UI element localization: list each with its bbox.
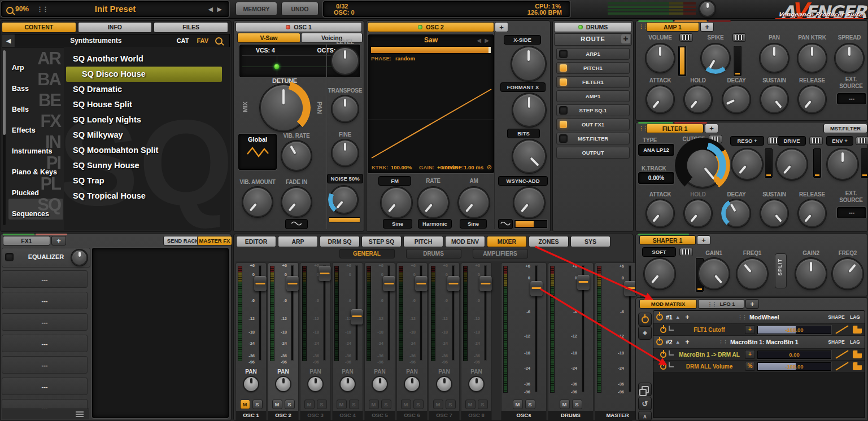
amp-ext-source[interactable]: --- (837, 93, 866, 104)
voicing-dot[interactable] (274, 64, 280, 69)
volume-mod-bar[interactable] (678, 46, 686, 76)
solo-button[interactable]: S (572, 400, 582, 409)
reso-knob[interactable] (732, 150, 762, 179)
mute-button[interactable]: M (272, 400, 282, 409)
bits-knob[interactable] (513, 141, 545, 172)
global-vibrato-box[interactable]: Global (238, 134, 277, 170)
mixer-tab-arp[interactable]: ARP (278, 236, 318, 247)
route-checkbox[interactable] (560, 121, 567, 128)
lag-icon[interactable] (853, 362, 862, 370)
browser-tab-files[interactable]: FILES (154, 22, 228, 33)
mod-mode-button[interactable]: + (745, 325, 755, 334)
reso-label[interactable]: RESO + (731, 137, 764, 145)
mod-amount-slider[interactable]: -100.00 (757, 326, 831, 334)
env-label[interactable]: ENV + (827, 137, 853, 145)
shaper-tab[interactable]: SHAPER 1 (639, 235, 696, 245)
route-item-output[interactable]: OUTPUT (556, 147, 630, 159)
mute-button[interactable]: M (433, 400, 443, 409)
mute-button[interactable]: M (240, 400, 250, 409)
fade-wave-select[interactable] (286, 220, 307, 229)
mixer-subtab-amplifiers[interactable]: AMPLIFIERS (473, 249, 528, 258)
solo-button[interactable]: S (285, 400, 295, 409)
solo-button[interactable]: S (413, 400, 424, 409)
mute-button[interactable]: M (465, 400, 476, 409)
mod-target[interactable]: MacroBtn 1 -> DRM AL (676, 352, 743, 358)
flt-ext-source[interactable]: --- (837, 207, 866, 218)
mute-button[interactable]: M (560, 400, 570, 409)
flt-decay-knob[interactable] (723, 200, 749, 226)
next-preset-icon[interactable]: ▶ (217, 6, 222, 13)
drums-tab[interactable]: DRUMS (554, 22, 632, 32)
pan-knob[interactable] (373, 377, 387, 391)
flt-hold-knob[interactable] (685, 200, 711, 226)
volume-fader[interactable] (324, 266, 325, 360)
mod-source[interactable]: ModWheel (749, 314, 779, 321)
mfade-value[interactable]: mFADE:1.00 ms (443, 164, 483, 170)
amp-attack-knob[interactable] (647, 86, 673, 112)
route-checkbox[interactable] (560, 135, 567, 142)
volume-fader[interactable] (291, 266, 293, 360)
flt-sustain-knob[interactable] (761, 200, 787, 226)
fx-slot-equalizer[interactable]: EQUALIZER (2, 248, 90, 267)
mixer-tab-pitch[interactable]: PITCH (403, 236, 443, 247)
preset-item[interactable]: SQ Tropical House (66, 188, 230, 204)
vsaw-tab[interactable]: V-Saw (237, 33, 300, 43)
preset-item[interactable]: SQ Disco House (66, 67, 222, 82)
x-side-label[interactable]: X-SIDE (504, 36, 540, 44)
fader-handle[interactable] (351, 309, 363, 324)
fader-handle[interactable] (447, 276, 459, 291)
shape-icon[interactable] (834, 326, 850, 334)
undo-button-matrix[interactable]: ↺ (638, 397, 652, 410)
volume-fader[interactable] (535, 266, 537, 392)
pan-knob[interactable] (276, 377, 290, 391)
fx-slot-empty[interactable]: --- (2, 292, 88, 309)
route-item-mst-filter[interactable]: MST.FILTER (556, 133, 630, 144)
cat-toggle[interactable]: CAT (177, 37, 189, 44)
solo-button[interactable]: S (381, 400, 391, 409)
vib-rate-knob[interactable] (282, 142, 311, 170)
bits-label[interactable]: BITS (508, 129, 539, 138)
spike-midi-icon[interactable] (733, 34, 745, 41)
mod-mode-button[interactable]: % (745, 362, 755, 371)
volume-midi-icon[interactable] (680, 34, 692, 41)
amp-tab[interactable]: AMP 1 (646, 22, 699, 32)
mixer-tab-editor[interactable]: EDITOR (236, 236, 276, 247)
fx-slot-empty[interactable]: --- (2, 378, 88, 395)
mixer-subtab-drums[interactable]: DRUMS (406, 249, 461, 258)
back-button[interactable]: ◀ (2, 34, 15, 47)
pan-knob[interactable] (405, 377, 419, 391)
freq1-knob[interactable] (738, 259, 767, 288)
formant-x-knob[interactable] (513, 94, 545, 126)
amp-release-knob[interactable] (799, 86, 825, 112)
bpm-readout[interactable]: 126.00 BPM (527, 9, 562, 16)
volume-fader[interactable] (629, 266, 631, 392)
mixer-tab-mixer[interactable]: MIXER (487, 236, 527, 247)
mfade-off-icon[interactable]: ⊘ (487, 164, 492, 171)
mixer-tab-sys[interactable]: SYS (570, 236, 610, 247)
cutoff-knob[interactable] (681, 144, 724, 187)
mod-amount-slider[interactable]: -100.00 (757, 362, 831, 371)
fx-mix-knob[interactable] (72, 251, 86, 265)
flt-release-knob[interactable] (799, 200, 825, 226)
fx-list-icon[interactable] (76, 411, 84, 417)
fade-in-knob[interactable] (282, 188, 311, 216)
am-wave-select[interactable]: Sine (460, 220, 486, 228)
master-volume-knob[interactable] (700, 2, 714, 16)
level-knob[interactable] (332, 48, 358, 74)
power-icon[interactable] (660, 363, 666, 370)
volume-fader[interactable] (582, 266, 584, 392)
browser-tab-info[interactable]: INFO (78, 22, 152, 33)
rate-mode-select[interactable]: Harmonic (418, 220, 451, 228)
amp-decay-knob[interactable] (723, 86, 749, 112)
shaper-soft-knob[interactable] (645, 259, 674, 288)
transpose-knob[interactable] (333, 97, 357, 121)
route-checkbox[interactable] (560, 107, 567, 114)
fav-toggle[interactable]: FAV (197, 37, 208, 44)
mod-amount-slider[interactable]: 0.00 (757, 350, 831, 359)
fader-handle[interactable] (479, 276, 491, 291)
mixer-tab-mod-env[interactable]: MOD ENV (445, 236, 485, 247)
noise-amount-bar[interactable] (329, 217, 360, 222)
mod-source[interactable]: MacroBtn 1: MacroBtn 1 (730, 339, 799, 345)
preset-item[interactable]: SQ Moombahton Split (66, 143, 230, 158)
mod-matrix-tab[interactable]: MOD MATRIX (639, 299, 697, 309)
